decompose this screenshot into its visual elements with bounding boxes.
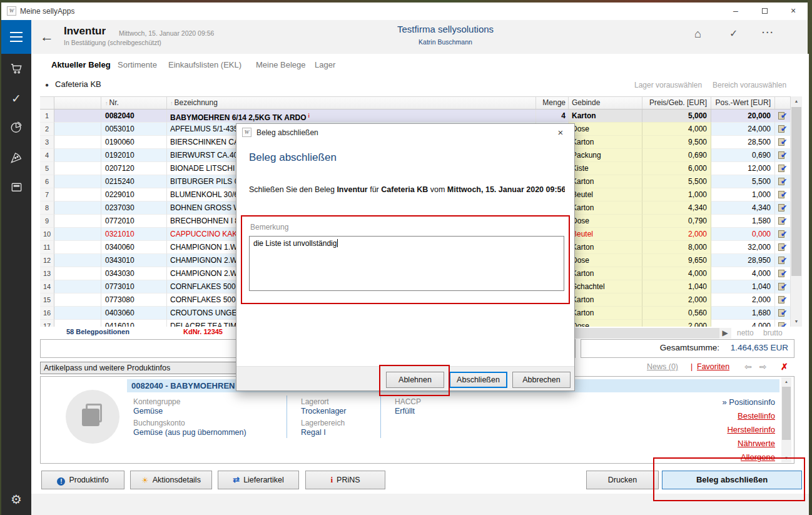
home-icon[interactable]: ⌂ (694, 28, 701, 41)
cell-wert: 0,690 (711, 149, 775, 162)
hamburger-icon (10, 32, 23, 33)
cell-preis: 0,790 (642, 215, 711, 228)
confirmed-check-icon[interactable] (778, 190, 787, 198)
scroll-up-icon[interactable]: ▲ (781, 377, 791, 386)
tab-sortimente[interactable]: Sortimente (118, 60, 157, 69)
cell-geb: Karton (569, 241, 642, 254)
cell-wert: 2,000 (711, 293, 775, 307)
news-link[interactable]: News (0) (647, 362, 678, 371)
next-arrow-icon[interactable]: ⇨ (759, 362, 767, 372)
link-herstellerinfo[interactable]: Herstellerinfo (727, 425, 775, 434)
bullet-icon: ● (45, 81, 49, 88)
column-header-preis[interactable]: Preis/Geb. [EUR] (642, 97, 711, 109)
preselect-lager[interactable]: Lager vorauswählen (634, 81, 702, 89)
confirmed-check-icon[interactable] (778, 256, 787, 264)
confirmed-check-icon[interactable] (778, 111, 787, 120)
pizza-icon[interactable] (1, 150, 31, 165)
column-header-nr[interactable]: ↑Nr. (101, 97, 167, 109)
confirmed-check-icon[interactable] (778, 125, 787, 133)
column-header-menge[interactable]: Menge (536, 97, 569, 109)
cell-preis: 1,040 (642, 280, 711, 293)
book-icon[interactable] (1, 180, 31, 195)
confirmed-check-icon[interactable] (778, 230, 787, 238)
cell-nr: 0321010 (101, 228, 167, 241)
cell-blank (54, 110, 101, 123)
customer-selector[interactable]: ●Cafeteria KB (45, 79, 101, 89)
preselect-bereich[interactable]: Bereich vorauswählen (713, 81, 786, 89)
link-naehrwerte[interactable]: Nährwerte (738, 439, 775, 448)
tab-lager[interactable]: Lager (315, 60, 335, 69)
scroll-right-icon[interactable]: ▶ (719, 328, 731, 339)
drucken-button[interactable]: Drucken (586, 471, 659, 489)
column-header-bezeichnung[interactable]: ↑Bezeichnung (167, 97, 536, 109)
prins-button[interactable]: iPRiNS (305, 471, 385, 489)
column-header-gebinde[interactable]: Gebinde (569, 97, 642, 109)
link-positionsinfo[interactable]: » Positionsinfo (722, 397, 775, 407)
check-icon[interactable]: ✓ (1, 91, 31, 106)
back-arrow-button[interactable]: ← (40, 29, 54, 45)
cell-blank (54, 320, 101, 327)
swap-arrows-icon: ⇄ (233, 475, 240, 484)
confirmed-check-icon[interactable] (778, 322, 787, 327)
app-window: W Meine sellyApps – × ← Inventur Mittwoc… (1, 3, 808, 515)
pie-chart-icon[interactable] (1, 120, 31, 135)
cell-geb: Karton (569, 267, 642, 280)
brutto-toggle[interactable]: brutto (763, 329, 783, 337)
prev-arrow-icon[interactable]: ⇦ (744, 362, 752, 372)
dialog-close-icon[interactable]: × (553, 127, 568, 138)
confirmed-check-icon[interactable] (778, 217, 787, 225)
confirmed-check-icon[interactable] (778, 151, 787, 159)
more-options-icon[interactable]: ··· (762, 28, 774, 38)
link-bestellinfo[interactable]: Bestellinfo (738, 411, 775, 421)
favorites-link[interactable]: Favoriten (697, 362, 729, 371)
produktinfo-button[interactable]: !Produktinfo (41, 471, 124, 489)
scrollbar-thumb[interactable] (791, 107, 801, 276)
hamburger-menu-button[interactable] (1, 20, 31, 54)
cell-num: 14 (40, 280, 54, 293)
confirm-check-icon[interactable]: ✓ (729, 28, 738, 39)
minimize-button[interactable]: – (721, 3, 750, 20)
confirmed-check-icon[interactable] (778, 295, 787, 303)
confirmed-check-icon[interactable] (778, 177, 787, 185)
scrollbar-thumb[interactable] (782, 387, 791, 440)
cell-wert: 20,000 (711, 110, 775, 123)
column-header-wert[interactable]: Pos.-Wert [EUR] (711, 97, 775, 109)
lieferartikel-button[interactable]: ⇄Lieferartikel (218, 471, 299, 489)
panel-scrollbar[interactable]: ▲ ▼ (781, 377, 791, 462)
abschliessen-button[interactable]: Abschließen (449, 372, 507, 388)
cell-chk (775, 162, 791, 175)
tab-einkaufslisten[interactable]: Einkaufslisten (EKL) (168, 60, 241, 69)
dialog-titlebar: W Beleg abschließen × (236, 124, 574, 141)
annotation-box-ablehnen (379, 365, 450, 396)
confirmed-check-icon[interactable] (778, 138, 787, 146)
scroll-down-icon[interactable]: ▼ (791, 317, 802, 327)
confirmed-check-icon[interactable] (778, 308, 787, 317)
cell-num: 3 (40, 136, 54, 149)
maximize-button[interactable] (750, 3, 779, 20)
cart-icon[interactable] (1, 61, 31, 76)
netto-toggle[interactable]: netto (737, 329, 754, 337)
product-image-placeholder (66, 390, 119, 444)
abbrechen-button[interactable]: Abbrechen (512, 372, 571, 388)
close-panel-icon[interactable]: ✗ (781, 362, 788, 372)
confirmed-check-icon[interactable] (778, 164, 787, 172)
confirmed-check-icon[interactable] (778, 269, 787, 277)
tab-aktueller-beleg[interactable]: Aktueller Beleg (51, 60, 111, 69)
confirmed-check-icon[interactable] (778, 203, 787, 212)
cell-wert: 24,000 (711, 123, 775, 136)
settings-gear-icon[interactable]: ⚙ (1, 492, 31, 507)
cell-blank (54, 188, 101, 201)
scroll-up-icon[interactable]: ▲ (791, 96, 802, 106)
confirmed-check-icon[interactable] (778, 243, 787, 251)
cell-chk (775, 215, 791, 228)
cell-num: 15 (40, 293, 54, 307)
close-button[interactable]: × (779, 3, 808, 20)
cell-chk (775, 241, 791, 254)
tab-meine-belege[interactable]: Meine Belege (256, 60, 306, 69)
sort-arrow-icon: ↑ (105, 100, 108, 106)
table-vertical-scrollbar[interactable]: ▲ ▼ (791, 96, 802, 327)
confirmed-check-icon[interactable] (778, 282, 787, 290)
aktionsdetails-button[interactable]: ☀Aktionsdetails (130, 471, 212, 489)
cell-nr: 0343010 (101, 254, 167, 267)
table-row[interactable]: 10082040BABYMOEHREN 6/14 2,5KG TK ARDOi4… (40, 110, 791, 123)
